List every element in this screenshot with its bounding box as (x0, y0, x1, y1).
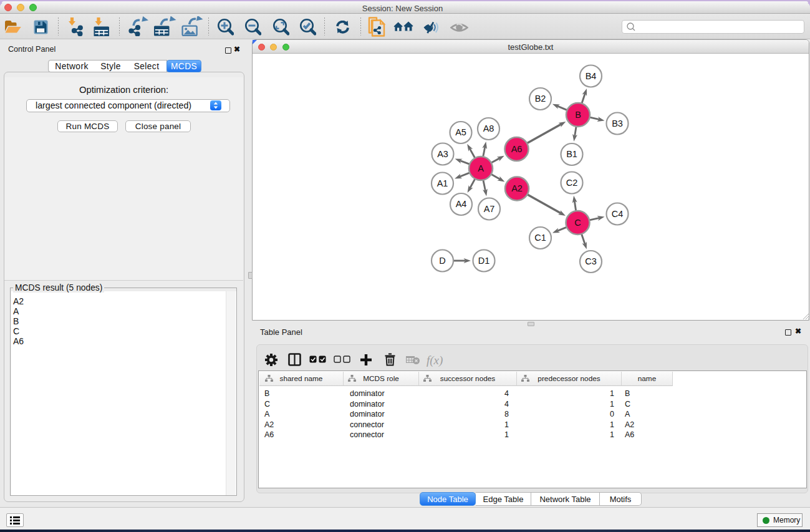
svg-text:A6: A6 (511, 144, 523, 154)
svg-text:D: D (439, 256, 445, 266)
svg-text:B4: B4 (586, 71, 597, 81)
svg-text:A3: A3 (437, 149, 448, 159)
svg-text:C3: C3 (585, 256, 597, 266)
svg-text:A5: A5 (455, 127, 466, 137)
svg-text:A7: A7 (484, 204, 495, 214)
svg-text:B2: B2 (535, 94, 546, 104)
svg-text:A8: A8 (483, 123, 494, 133)
svg-text:A4: A4 (456, 199, 467, 209)
svg-text:B: B (575, 110, 581, 120)
svg-text:B3: B3 (612, 118, 623, 128)
svg-text:A1: A1 (437, 178, 448, 188)
svg-text:C4: C4 (612, 209, 624, 219)
svg-text:C1: C1 (534, 233, 546, 243)
svg-text:C2: C2 (566, 178, 578, 188)
svg-text:A: A (478, 163, 484, 173)
svg-text:D1: D1 (478, 256, 490, 266)
svg-text:C: C (574, 218, 581, 228)
svg-text:B1: B1 (566, 149, 577, 159)
svg-text:A2: A2 (511, 183, 523, 193)
